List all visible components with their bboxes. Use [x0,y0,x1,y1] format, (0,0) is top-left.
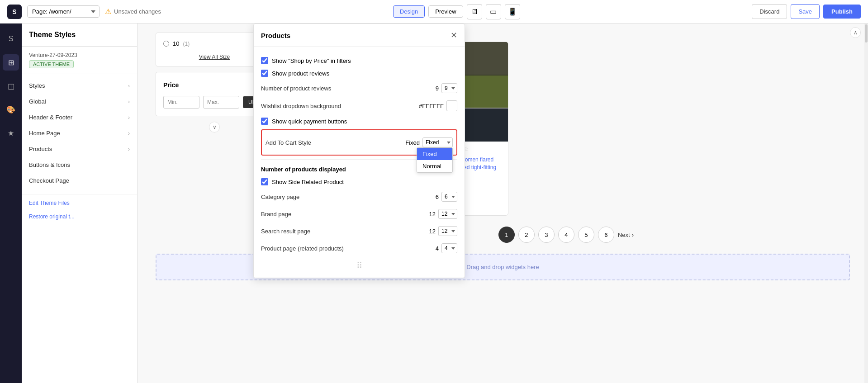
wishlist-bg-swatch[interactable] [446,100,457,111]
collapse-top-button[interactable]: ∧ [850,27,861,38]
panel-title: Products [261,32,290,39]
reviews-count-value: 9 [436,85,439,92]
add-to-cart-dropdown-wrapper: Fixed Normal Fixed Normal [422,137,453,147]
sidebar-icon-paint[interactable]: 🎨 [3,101,19,118]
sidebar-icon-grid[interactable]: ⊞ [3,54,19,71]
size-10-count: (1) [183,41,190,47]
show-quick-payment-row: Show quick payment buttons [261,115,457,128]
sidebar-item-styles[interactable]: Styles › [22,78,137,94]
preview-button[interactable]: Preview [428,5,463,18]
edit-theme-files-link[interactable]: Edit Theme Files [22,196,137,210]
page-button-4[interactable]: 4 [558,227,574,243]
collapse-top: ∧ [850,27,861,38]
scroll-down-button[interactable]: ∨ [209,122,220,132]
restore-original-link[interactable]: Restore original t... [22,210,137,223]
page-button-5[interactable]: 5 [578,227,594,243]
page-select[interactable]: Page: /women/ [27,5,100,18]
sidebar-item-products[interactable]: Products › [22,141,137,157]
search-result-page-row: Search result page 12 12 [261,222,457,240]
view-all-size-link[interactable]: View All Size [163,52,266,61]
wishlist-bg-label: Wishlist dropdown background [261,103,341,109]
page-button-2[interactable]: 2 [518,227,535,243]
dropdown-option-fixed[interactable]: Fixed [417,148,452,160]
show-quick-payment-checkbox[interactable] [261,118,268,125]
brand-page-row: Brand page 12 12 [261,205,457,222]
unsaved-changes-badge: ⚠ Unsaved changes [105,7,161,16]
page-button-1[interactable]: 1 [498,227,515,243]
size-10-value: 10 [173,40,179,47]
add-to-cart-setting: Add To Cart Style Fixed Fixed Normal Fix… [266,134,453,151]
show-side-related-checkbox[interactable] [261,178,268,185]
mobile-view-button[interactable]: 📱 [505,4,520,19]
theme-sidebar-title: Theme Styles [22,24,137,47]
next-page-button[interactable]: Next › [618,232,634,238]
sidebar-icon-star[interactable]: ★ [3,125,19,141]
panel-close-button[interactable]: ✕ [451,30,457,40]
next-label: Next [618,232,630,238]
sidebar-item-checkout-page[interactable]: Checkout Page [22,173,137,189]
scroll-thumb[interactable] [865,24,868,43]
show-side-related-label: Show Side Related Product [272,179,344,185]
add-to-cart-dropdown: Fixed Normal [417,147,453,173]
app-layout: S ⊞ ◫ 🎨 ★ Theme Styles Venture-27-09-202… [0,24,868,383]
category-page-select[interactable]: 6 [441,192,457,202]
price-min-input[interactable] [163,96,199,109]
search-result-page-select[interactable]: 12 [438,226,457,236]
show-side-related-row: Show Side Related Product [261,175,457,188]
search-result-page-label: Search result page [261,228,310,235]
price-max-input[interactable] [203,96,239,109]
product-page-related-label: Product page (related products) [261,245,344,252]
dropdown-option-normal[interactable]: Normal [417,160,452,172]
topbar-actions: Discard Save Publish [752,4,861,19]
sidebar-icon-logo[interactable]: S [3,31,19,47]
sidebar-item-header-footer[interactable]: Header & Footer › [22,109,137,125]
unsaved-text: Unsaved changes [114,8,161,15]
category-page-label: Category page [261,194,299,200]
sidebar-nav: Styles › Global › Header & Footer › Home… [22,74,137,192]
number-of-reviews-label: Number of product reviews [261,85,331,92]
show-product-reviews-row: Show product reviews [261,67,457,80]
product-page-related-row: Product page (related products) 4 4 [261,240,457,257]
product-page-related-select[interactable]: 4 [441,243,457,253]
desktop-view-button[interactable]: 🖥 [467,4,482,19]
sidebar-item-home-page[interactable]: Home Page › [22,125,137,141]
tablet-view-button[interactable]: ▭ [486,4,501,19]
reviews-count-select[interactable]: 9 [441,83,457,93]
page-button-3[interactable]: 3 [538,227,555,243]
add-to-cart-select[interactable]: Fixed Normal [422,137,453,147]
theme-sidebar: Theme Styles Venture-27-09-2023 ACTIVE T… [22,24,138,383]
panel-header: Products ✕ [254,24,465,47]
show-shop-by-price-row: Show "Shop by Price" in filters [261,54,457,67]
search-result-page-value: 12 [429,228,436,235]
brand-page-select[interactable]: 12 [438,209,457,219]
theme-name: Venture-27-09-2023 [29,52,130,58]
search-result-page-controls: 12 12 [429,226,457,236]
sidebar-item-global[interactable]: Global › [22,94,137,109]
chevron-right-icon: › [128,146,130,152]
discard-button[interactable]: Discard [752,4,787,19]
sidebar-item-buttons-icons[interactable]: Buttons & Icons [22,157,137,173]
add-to-cart-label: Add To Cart Style [266,139,311,146]
number-of-reviews-row: Number of product reviews 9 9 [261,80,457,97]
wishlist-bg-row: Wishlist dropdown background #FFFFFF [261,97,457,115]
show-quick-payment-label: Show quick payment buttons [272,118,347,125]
show-shop-by-price-checkbox[interactable] [261,57,268,64]
theme-info: Venture-27-09-2023 ACTIVE THEME [22,47,137,74]
design-button[interactable]: Design [393,5,425,18]
next-arrow-icon: › [632,232,634,238]
publish-button[interactable]: Publish [823,5,861,19]
show-product-reviews-checkbox[interactable] [261,70,268,77]
wishlist-bg-controls: #FFFFFF [419,100,457,111]
price-inputs: UPDATE [163,96,266,109]
size-10-radio[interactable] [163,41,169,47]
category-page-value: 6 [436,194,439,200]
save-button[interactable]: Save [791,4,820,19]
show-product-reviews-label: Show product reviews [272,70,329,77]
reviews-count-controls: 9 9 [436,83,457,93]
view-mode-controls: Design Preview 🖥 ▭ 📱 [393,4,520,19]
category-page-controls: 6 6 [436,192,457,202]
brand-page-controls: 12 12 [429,209,457,219]
sidebar-icon-layers[interactable]: ◫ [3,78,19,94]
wishlist-bg-value: #FFFFFF [419,103,444,109]
page-button-6[interactable]: 6 [598,227,614,243]
